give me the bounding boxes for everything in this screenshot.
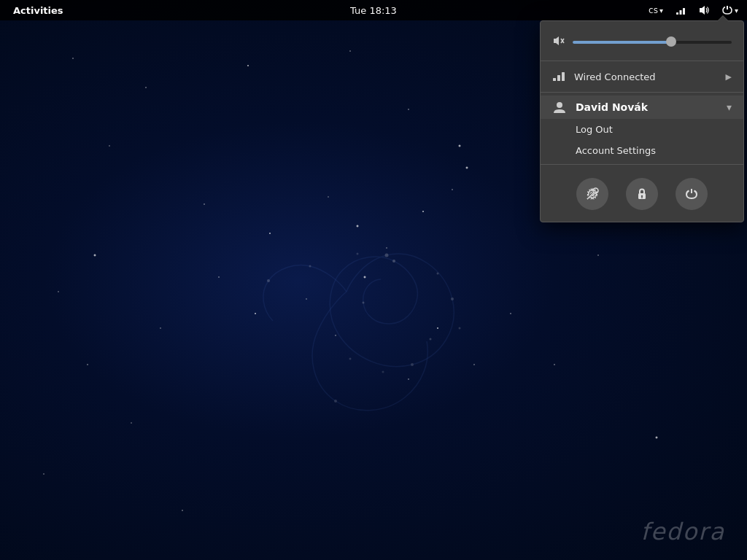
log-out-item[interactable]: Log Out bbox=[541, 119, 743, 140]
topbar-left: Activities bbox=[0, 4, 69, 18]
power-off-button[interactable] bbox=[676, 178, 708, 210]
action-buttons bbox=[541, 168, 743, 213]
svg-point-12 bbox=[382, 371, 384, 373]
svg-marker-18 bbox=[700, 6, 705, 15]
svg-point-0 bbox=[385, 254, 389, 257]
svg-point-28 bbox=[593, 188, 598, 193]
network-label: Wired Connected bbox=[574, 71, 717, 82]
svg-point-32 bbox=[641, 195, 643, 197]
svg-point-6 bbox=[334, 400, 337, 402]
svg-rect-22 bbox=[553, 78, 556, 81]
svg-point-11 bbox=[459, 327, 461, 330]
network-menu-row[interactable]: Wired Connected ▶ bbox=[541, 64, 743, 89]
volume-thumb[interactable] bbox=[666, 36, 676, 47]
separator-3 bbox=[541, 164, 743, 165]
network-icon-svg bbox=[675, 4, 686, 16]
user-name-label: David Novák bbox=[576, 101, 718, 113]
svg-rect-15 bbox=[679, 10, 681, 15]
svg-point-1 bbox=[451, 298, 454, 300]
topbar: Activities Tue 18:13 cs ▾ bbox=[0, 0, 747, 20]
network-status-icon[interactable] bbox=[670, 0, 691, 20]
svg-marker-19 bbox=[554, 36, 559, 45]
language-arrow-icon: ▾ bbox=[659, 7, 663, 15]
log-out-label: Log Out bbox=[552, 124, 613, 135]
svg-point-2 bbox=[411, 363, 414, 366]
separator-2 bbox=[541, 92, 743, 93]
network-arrow-icon: ▶ bbox=[726, 72, 732, 82]
power-arrow-icon: ▾ bbox=[735, 7, 738, 15]
power-icon-svg bbox=[721, 4, 733, 16]
svg-point-5 bbox=[430, 338, 432, 341]
desktop: fedora Activities Tue 18:13 cs ▾ bbox=[0, 0, 747, 560]
account-settings-item[interactable]: Account Settings bbox=[541, 140, 743, 161]
account-settings-label: Account Settings bbox=[552, 145, 656, 156]
language-indicator[interactable]: cs ▾ bbox=[644, 0, 667, 20]
volume-icon-svg bbox=[698, 4, 710, 16]
volume-slider[interactable] bbox=[573, 40, 732, 44]
svg-point-4 bbox=[392, 260, 395, 262]
network-menu-icon bbox=[552, 70, 565, 83]
svg-point-9 bbox=[357, 253, 359, 255]
user-icon bbox=[552, 100, 567, 114]
svg-rect-24 bbox=[562, 72, 565, 81]
fedora-watermark: fedora bbox=[640, 518, 725, 545]
svg-rect-16 bbox=[683, 8, 685, 15]
svg-point-7 bbox=[309, 265, 311, 268]
settings-button[interactable] bbox=[576, 178, 608, 210]
volume-status-icon[interactable] bbox=[694, 0, 714, 20]
svg-point-10 bbox=[437, 273, 439, 275]
activities-button[interactable]: Activities bbox=[7, 4, 69, 18]
separator-1 bbox=[541, 61, 743, 61]
volume-track bbox=[573, 41, 732, 44]
svg-point-25 bbox=[557, 102, 562, 108]
svg-point-13 bbox=[349, 358, 352, 360]
galaxy-decoration bbox=[182, 146, 511, 438]
topbar-right: cs ▾ bbox=[644, 0, 747, 20]
svg-rect-23 bbox=[557, 75, 560, 81]
clock: Tue 18:13 bbox=[350, 5, 397, 16]
svg-line-30 bbox=[587, 192, 594, 199]
svg-point-8 bbox=[267, 279, 270, 282]
system-menu: Wired Connected ▶ David Novák ▾ Log Out … bbox=[540, 20, 744, 222]
volume-fill bbox=[573, 41, 671, 44]
volume-mute-icon bbox=[552, 34, 565, 50]
lock-button[interactable] bbox=[626, 178, 658, 210]
volume-row[interactable] bbox=[541, 30, 743, 58]
svg-point-3 bbox=[363, 302, 365, 304]
language-label: cs bbox=[649, 5, 658, 15]
user-row[interactable]: David Novák ▾ bbox=[541, 96, 743, 119]
user-expand-icon: ▾ bbox=[727, 101, 732, 113]
